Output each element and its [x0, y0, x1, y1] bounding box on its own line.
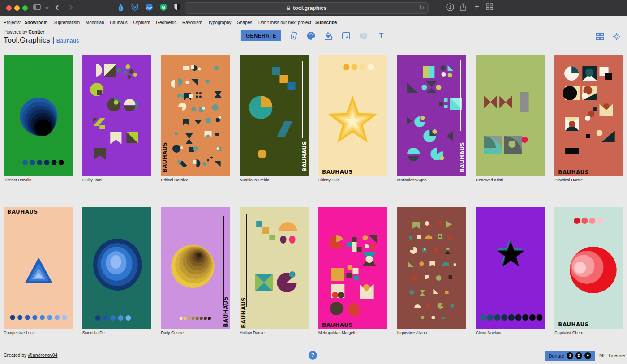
forward-button[interactable] [68, 4, 73, 14]
tab-overview-icon[interactable] [485, 3, 494, 11]
nav-link-mondrian[interactable]: Mondrian [86, 20, 104, 25]
poster-art [318, 55, 387, 176]
poster-card[interactable]: BAUHAUS Skinny Sula [318, 55, 387, 182]
bauhaus-label: BAUHAUS [558, 169, 589, 176]
share-icon[interactable] [459, 3, 468, 12]
poster-caption: Metropolitan Margette [318, 330, 387, 335]
layout-grid-icon[interactable] [596, 32, 604, 43]
poster-caption: Guilty Jami [82, 178, 151, 182]
chevron-down-icon[interactable] [45, 4, 49, 15]
back-button[interactable] [55, 4, 60, 14]
poster-rule [322, 167, 384, 167]
poster-card[interactable]: Renewed Kristi [476, 55, 545, 182]
help-button[interactable]: ? [309, 351, 317, 360]
poster-card[interactable]: Clean Noelani [476, 207, 545, 335]
page-header: Projects: Showroom Suprematism Mondrian … [0, 16, 627, 55]
close-button[interactable] [6, 5, 12, 11]
poster-art [397, 55, 466, 176]
poster-card[interactable]: BAUHAUS Practical Darcie [554, 55, 623, 182]
poster-rule [223, 216, 224, 306]
lock-icon [286, 5, 291, 11]
author-link[interactable]: @andronov04 [28, 352, 57, 358]
downloads-icon[interactable] [446, 3, 455, 12]
poster-card[interactable]: Scientific De [82, 207, 151, 335]
poster-art [554, 55, 623, 176]
zoom-button[interactable] [22, 5, 28, 11]
poster-card[interactable]: BAUHAUS Ethical Carolee [161, 55, 230, 182]
subscribe-link[interactable]: Subscribe [315, 20, 337, 25]
minimize-button[interactable] [14, 5, 20, 11]
poster-caption: Ethical Carolee [161, 178, 230, 182]
nav-link-rayonism[interactable]: Rayonism [182, 20, 202, 25]
poster-rule [322, 320, 385, 320]
poster-art [82, 207, 151, 329]
bauhaus-label: BAUHAUS [7, 209, 38, 215]
nav-link-bauhaus[interactable]: Bauhaus [110, 20, 127, 25]
powered-by: Powered by Contter [4, 30, 44, 34]
privacy-shield-icon[interactable] [174, 3, 181, 13]
nav-link-orphism[interactable]: Orphism [133, 20, 150, 25]
abp-badge-icon[interactable]: ABP [145, 3, 153, 13]
poster-art [4, 207, 73, 329]
poster-card[interactable]: Guilty Jami [82, 55, 151, 182]
poster-card[interactable]: Distinct Rozalin [4, 55, 73, 182]
nav-link-suprematism[interactable]: Suprematism [53, 20, 80, 25]
new-tab-icon[interactable]: + [474, 2, 479, 12]
created-by: Created by @andronov04 [4, 352, 57, 358]
reload-icon[interactable]: ↻ [419, 4, 424, 11]
url-text: tool.graphics [293, 5, 326, 11]
grammarly-g-icon[interactable]: G [159, 3, 167, 13]
license-text: MIT License [599, 353, 625, 358]
bauhaus-label: BAUHAUS [322, 169, 353, 175]
generator-toolbar: GENERATE T [241, 30, 386, 41]
address-bar[interactable]: tool.graphics ↻ [185, 2, 429, 14]
bauhaus-label: BAUHAUS [322, 322, 353, 328]
poster-caption: Inquisitive Alvina [397, 330, 466, 335]
bauhaus-label: BAUHAUS [459, 142, 465, 173]
bauhaus-label: BAUHAUS [558, 321, 589, 328]
browser-chrome: ABP G tool.graphics ↻ + [0, 0, 627, 16]
contter-link[interactable]: Contter [29, 30, 45, 34]
poster-caption: Scientific De [82, 330, 151, 335]
svg-text:G: G [162, 4, 165, 9]
shield-check-icon[interactable] [131, 3, 139, 13]
poster-card[interactable]: BAUHAUS Daily Gussie [161, 207, 230, 335]
poster-card[interactable]: BAUHAUS Motionless Agna [397, 55, 466, 182]
brightness-icon[interactable] [612, 32, 621, 43]
poster-rule [381, 55, 381, 164]
poster-art [476, 207, 545, 329]
poster-caption: Capitalist Cherri [554, 330, 623, 335]
poster-card[interactable]: BAUHAUS Capitalist Cherri [554, 207, 623, 335]
bauhaus-label: BAUHAUS [240, 297, 247, 328]
poster-card[interactable]: Inquisitive Alvina [397, 207, 466, 335]
poster-art [82, 55, 151, 176]
bauhaus-label: BAUHAUS [301, 141, 308, 172]
generate-button[interactable]: GENERATE [241, 30, 281, 41]
poster-caption: Nutritious Freida [240, 178, 309, 182]
nav-link-showroom[interactable]: Showroom [25, 20, 48, 25]
poster-art [161, 55, 230, 176]
shuffle-card-icon[interactable] [289, 31, 299, 41]
poster-card[interactable]: BAUHAUS Hollow Darsie [240, 207, 309, 335]
nav-link-shapes[interactable]: Shapes [237, 20, 252, 25]
donate-button[interactable]: Donate $ ₿ ♦ [545, 351, 595, 361]
poster-card[interactable]: BAUHAUS Metropolitan Margette [318, 207, 387, 335]
nav-link-geometric[interactable]: Geometric [156, 20, 176, 25]
poster-caption: Daily Gussie [161, 330, 230, 335]
rings-icon[interactable] [359, 31, 369, 41]
frame-icon[interactable] [341, 31, 351, 41]
palette-icon[interactable] [306, 31, 316, 41]
poster-caption: Distinct Rozalin [4, 178, 73, 182]
poster-rule [558, 319, 620, 319]
nav-link-typography[interactable]: Typography [208, 20, 231, 25]
poster-card[interactable]: BAUHAUS Competitive Luce [4, 207, 73, 335]
projects-label: Projects: [4, 20, 21, 25]
text-tool-icon[interactable]: T [376, 31, 386, 41]
poster-card[interactable]: BAUHAUS Nutritious Freida [240, 55, 309, 182]
poster-art [397, 207, 466, 329]
donate-label: Donate [549, 353, 564, 359]
poster-rule [460, 60, 461, 131]
water-drop-icon[interactable] [117, 4, 125, 13]
sidebar-toggle-icon[interactable] [33, 4, 41, 13]
fill-bucket-icon[interactable] [324, 31, 334, 41]
